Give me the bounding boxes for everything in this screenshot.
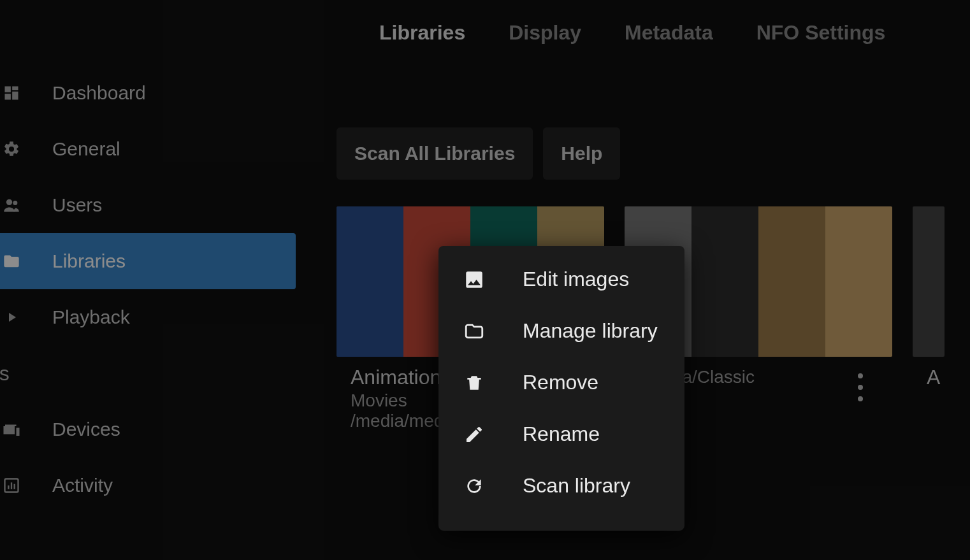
sidebar-item-devices[interactable]: Devices (0, 401, 296, 457)
more-vertical-icon (858, 373, 863, 378)
tab-display[interactable]: Display (509, 21, 581, 45)
svg-rect-9 (14, 484, 15, 489)
svg-rect-7 (8, 485, 9, 489)
top-tabs: Libraries Display Metadata NFO Settings (0, 0, 970, 65)
svg-rect-8 (11, 482, 12, 489)
folder-icon (1, 251, 22, 271)
sidebar-item-activity[interactable]: Activity (0, 457, 296, 513)
menu-item-label: Remove (523, 371, 598, 394)
refresh-icon (463, 475, 486, 498)
sidebar-item-label: Libraries (52, 250, 126, 272)
sidebar-item-label: Playback (52, 306, 130, 328)
sidebar-item-users[interactable]: Users (0, 177, 296, 233)
menu-scan-library[interactable]: Scan library (438, 460, 684, 512)
tab-nfo-settings[interactable]: NFO Settings (756, 21, 886, 45)
gear-icon (1, 139, 22, 159)
sidebar-item-general[interactable]: General (0, 121, 296, 177)
menu-remove[interactable]: Remove (438, 357, 684, 408)
svg-point-5 (13, 201, 17, 205)
sidebar-section-devices: evices (0, 345, 296, 401)
sidebar-item-libraries[interactable]: Libraries (0, 233, 296, 289)
sidebar: Dashboard General Users Libraries Playba (0, 65, 296, 513)
library-title: A (927, 366, 945, 389)
menu-item-label: Scan library (523, 474, 630, 498)
tab-metadata[interactable]: Metadata (625, 21, 713, 45)
pencil-icon (463, 423, 486, 446)
menu-item-label: Edit images (523, 268, 629, 291)
menu-item-label: Manage library (523, 319, 658, 343)
menu-rename[interactable]: Rename (438, 408, 684, 460)
sidebar-item-label: Users (52, 194, 102, 216)
scan-all-libraries-button[interactable]: Scan All Libraries (337, 127, 533, 180)
svg-rect-3 (5, 94, 11, 99)
users-icon (1, 195, 22, 215)
folder-outline-icon (463, 320, 486, 343)
menu-manage-library[interactable]: Manage library (438, 305, 684, 357)
devices-icon (1, 419, 22, 440)
sidebar-item-label: General (52, 138, 120, 160)
library-more-button[interactable] (848, 370, 873, 405)
trash-icon (463, 371, 486, 394)
play-icon (1, 307, 22, 327)
menu-item-label: Rename (523, 422, 600, 446)
library-context-menu: Edit images Manage library Remove Rename… (438, 246, 684, 531)
sidebar-item-dashboard[interactable]: Dashboard (0, 65, 296, 121)
sidebar-item-label: Activity (52, 475, 113, 496)
svg-point-4 (6, 199, 12, 205)
sidebar-item-label: Devices (52, 419, 120, 440)
svg-rect-1 (12, 87, 18, 90)
library-thumbnail (913, 206, 945, 357)
library-card[interactable]: A (913, 206, 945, 437)
action-bar: Scan All Libraries Help (337, 127, 965, 180)
help-button[interactable]: Help (543, 127, 620, 180)
dashboard-icon (1, 83, 22, 103)
tab-libraries[interactable]: Libraries (379, 21, 465, 45)
image-icon (463, 268, 486, 291)
menu-edit-images[interactable]: Edit images (438, 254, 684, 305)
svg-rect-0 (5, 87, 11, 92)
svg-rect-2 (12, 92, 18, 100)
sidebar-item-label: Dashboard (52, 82, 146, 104)
sidebar-item-playback[interactable]: Playback (0, 289, 296, 345)
activity-icon (1, 475, 22, 496)
